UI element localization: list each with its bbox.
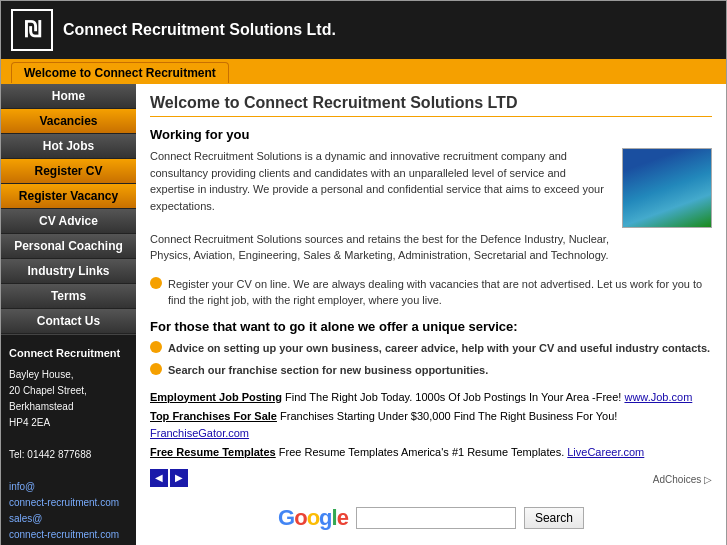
ad-desc-3: Free Resume Templates America's #1 Resum… bbox=[279, 446, 567, 458]
nav-contact-us[interactable]: Contact Us bbox=[1, 309, 136, 334]
ad-link-1[interactable]: Employment Job Posting bbox=[150, 391, 282, 403]
sidebar-address1: Bayley House, bbox=[9, 367, 128, 383]
sidebar-contact-block: Connect Recruitment Bayley House, 20 Cha… bbox=[1, 334, 136, 545]
intro-image bbox=[622, 148, 712, 228]
sidebar-email1[interactable]: info@connect-recruitment.com bbox=[9, 481, 119, 508]
sidebar-address3: Berkhamstead bbox=[9, 399, 128, 415]
sidebar: Home Vacancies Hot Jobs Register CV Regi… bbox=[1, 84, 136, 545]
google-logo: Google bbox=[278, 505, 348, 531]
sidebar-email2[interactable]: sales@connect-recruitment.com bbox=[9, 513, 119, 540]
ad-desc-1: Find The Right Job Today. 1000s Of Job P… bbox=[285, 391, 624, 403]
ad-desc-2: Franchises Starting Under $30,000 Find T… bbox=[280, 410, 617, 422]
bullet-text-3: Search our franchise section for new bus… bbox=[168, 362, 488, 379]
adchoices-label: AdChoices ▷ bbox=[653, 474, 712, 485]
ad-link-row-2: Top Franchises For Sale Franchises Start… bbox=[150, 408, 712, 441]
intro-para2: Connect Recruitment Solutions sources an… bbox=[150, 231, 612, 264]
nav-home[interactable]: Home bbox=[1, 84, 136, 109]
section-heading: Working for you bbox=[150, 127, 712, 142]
welcome-tab[interactable]: Welcome to Connect Recruitment bbox=[11, 62, 229, 83]
bullet-item-2: Advice on setting up your own business, … bbox=[150, 340, 712, 357]
service-heading: For those that want to go it alone we of… bbox=[150, 319, 712, 334]
google-search-bar: Google Search bbox=[150, 499, 712, 541]
bullet-dot-1 bbox=[150, 277, 162, 289]
nav-personal-coaching[interactable]: Personal Coaching bbox=[1, 234, 136, 259]
google-search-button[interactable]: Search bbox=[524, 507, 584, 529]
ad-links: Employment Job Posting Find The Right Jo… bbox=[150, 389, 712, 461]
google-search-input[interactable] bbox=[356, 507, 516, 529]
intro-text: Connect Recruitment Solutions is a dynam… bbox=[150, 148, 612, 264]
nav-terms[interactable]: Terms bbox=[1, 284, 136, 309]
ad-link-2[interactable]: Top Franchises For Sale bbox=[150, 410, 277, 422]
intro-block: Connect Recruitment Solutions is a dynam… bbox=[150, 148, 712, 264]
nav-vacancies[interactable]: Vacancies bbox=[1, 109, 136, 134]
nav-register-cv[interactable]: Register CV bbox=[1, 159, 136, 184]
main-layout: Home Vacancies Hot Jobs Register CV Regi… bbox=[1, 83, 726, 545]
nav-arrow-right[interactable]: ▶ bbox=[170, 469, 188, 487]
sidebar-tel: Tel: 01442 877688 bbox=[9, 447, 128, 463]
bullet-section-1: Register your CV on line. We are always … bbox=[150, 276, 712, 309]
bullet-section-2: Advice on setting up your own business, … bbox=[150, 340, 712, 379]
page-title: Welcome to Connect Recruitment Solutions… bbox=[150, 94, 712, 117]
nav-industry-links[interactable]: Industry Links bbox=[1, 259, 136, 284]
bullet-text-1: Register your CV on line. We are always … bbox=[168, 276, 712, 309]
bullet-dot-3 bbox=[150, 363, 162, 375]
ad-external-1[interactable]: www.Job.com bbox=[624, 391, 692, 403]
sidebar-company-name: Connect Recruitment bbox=[9, 345, 128, 363]
nav-hot-jobs[interactable]: Hot Jobs bbox=[1, 134, 136, 159]
sidebar-address4: HP4 2EA bbox=[9, 415, 128, 431]
logo-icon: ₪ bbox=[11, 9, 53, 51]
intro-image-inner bbox=[623, 149, 711, 227]
ad-link-row-1: Employment Job Posting Find The Right Jo… bbox=[150, 389, 712, 406]
bullet-item-1: Register your CV on line. We are always … bbox=[150, 276, 712, 309]
bullet-item-3: Search our franchise section for new bus… bbox=[150, 362, 712, 379]
ad-link-row-3: Free Resume Templates Free Resume Templa… bbox=[150, 444, 712, 461]
header: ₪ Connect Recruitment Solutions Ltd. bbox=[1, 1, 726, 59]
welcome-tab-bar: Welcome to Connect Recruitment bbox=[1, 59, 726, 83]
header-title: Connect Recruitment Solutions Ltd. bbox=[63, 21, 336, 39]
bullet-text-2: Advice on setting up your own business, … bbox=[168, 340, 710, 357]
nav-register-vacancy[interactable]: Register Vacancy bbox=[1, 184, 136, 209]
bullet-dot-2 bbox=[150, 341, 162, 353]
nav-arrows: ◀ ▶ bbox=[150, 469, 188, 487]
content-area: Welcome to Connect Recruitment Solutions… bbox=[136, 84, 726, 545]
sidebar-address2: 20 Chapel Street, bbox=[9, 383, 128, 399]
ad-external-2[interactable]: FranchiseGator.com bbox=[150, 427, 249, 439]
ad-external-3[interactable]: LiveCareer.com bbox=[567, 446, 644, 458]
nav-cv-advice[interactable]: CV Advice bbox=[1, 209, 136, 234]
ad-link-3[interactable]: Free Resume Templates bbox=[150, 446, 276, 458]
nav-arrow-left[interactable]: ◀ bbox=[150, 469, 168, 487]
intro-para1: Connect Recruitment Solutions is a dynam… bbox=[150, 148, 612, 214]
